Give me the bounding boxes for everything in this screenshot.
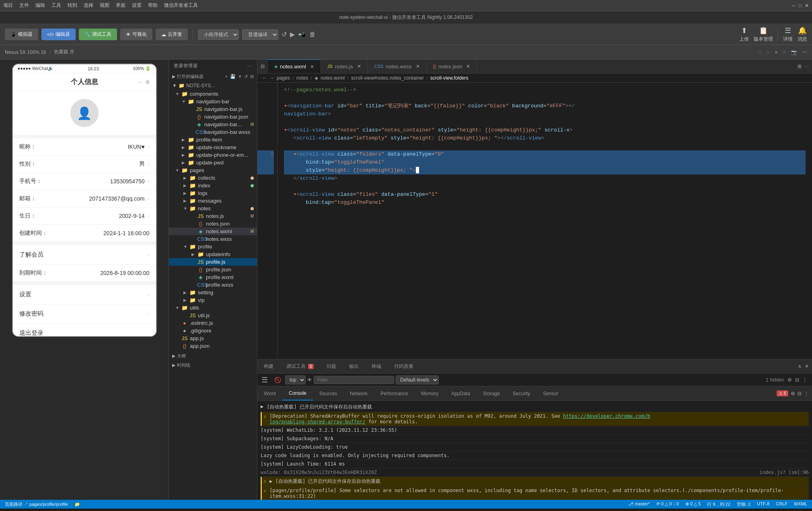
debug-tab-quality[interactable]: 代码质量 [388, 359, 420, 374]
tree-update-phone[interactable]: ▶ 📁 update-phone-or-em... [169, 151, 257, 159]
devtools-button[interactable]: 🔧 调试工具 [79, 29, 117, 40]
window-close[interactable]: ✕ [805, 3, 809, 8]
tree-collects[interactable]: ▶ 📁 collects [169, 174, 257, 182]
compile-select[interactable]: 普通编译 [242, 29, 278, 40]
sub-tab-sources[interactable]: Sources [313, 386, 343, 400]
tab-wxss-close[interactable]: ✕ [416, 64, 420, 69]
panel-collapse-icon[interactable]: ∧ [798, 363, 802, 369]
tree-navigation-bar[interactable]: ▼ 📁 navigation-bar [169, 98, 257, 105]
window-maximize[interactable]: □ [799, 3, 802, 8]
debug-tab-issues[interactable]: 问题 [320, 359, 343, 374]
tab-notes-js[interactable]: JS notes.js ✕ [321, 60, 368, 74]
new-file-icon[interactable]: + [225, 74, 228, 79]
console-more-icon[interactable]: ⋮ [802, 377, 807, 383]
nav-edit-icon[interactable]: ⊙ [146, 79, 150, 85]
tab-notes-json[interactable]: {} notes.json ✕ [427, 60, 477, 74]
console-settings-icon[interactable]: ⚙ [787, 377, 792, 383]
nickname-row[interactable]: 昵称： IKUN♥ › [13, 138, 156, 156]
breadcrumb-scroll-folders[interactable]: scroll-view.folders [430, 75, 469, 81]
tree-update-nickname[interactable]: ▶ 📁 update-nickname [169, 144, 257, 151]
sub-tab-console[interactable]: Console [282, 386, 313, 400]
settings-row[interactable]: 设置 › [13, 285, 156, 304]
sub-tab-performance[interactable]: Performance [374, 386, 415, 400]
statusbar-spaces[interactable]: 空格: 2 [737, 501, 750, 507]
tree-nav-json[interactable]: {} navigation-bar.json [169, 113, 257, 121]
phone-preview-icon[interactable]: 📲 [298, 31, 306, 38]
detail-label[interactable]: 详情 [783, 36, 793, 43]
open-editors-arrow[interactable]: ▶ [172, 74, 175, 79]
tree-notes-json[interactable]: {} notes.json [169, 220, 257, 228]
tree-app-json[interactable]: {} app.json [169, 342, 257, 350]
devtools-settings-icon[interactable]: ⚙ [791, 391, 795, 396]
tree-vip[interactable]: ▶ 📁 vip [169, 296, 257, 304]
menu-item-tools[interactable]: 工具 [51, 2, 61, 9]
device-select[interactable]: Nexus 5X 100% 16 [5, 49, 46, 55]
more-tabs-icon[interactable]: ··· [805, 64, 809, 69]
tree-nav-wxml[interactable]: ◈ navigation-bar... M [169, 121, 257, 128]
menu-item-goto[interactable]: 转到 [68, 2, 77, 9]
menu-item-file[interactable]: 文件 [19, 2, 29, 9]
tree-profile-json[interactable]: {} profile.json [169, 266, 257, 273]
gender-row[interactable]: 性别： 男 › [13, 156, 156, 173]
devtools-dock-icon[interactable]: ⊟ [798, 391, 802, 396]
code-content[interactable]: <!--pages/notes.wxml--> ▾<navigation-bar… [278, 83, 812, 359]
tree-updateinfo[interactable]: ▶ 📁 updateinfo [169, 250, 257, 258]
tab-wxml-close[interactable]: ✕ [310, 64, 314, 70]
tree-messages[interactable]: ▶ 📁 messages [169, 197, 257, 205]
close-all-icon[interactable]: ✕ [238, 74, 242, 79]
statusbar-encoding[interactable]: UTF-8 [757, 501, 769, 507]
statusbar-branch[interactable]: ⎇ master* [628, 501, 650, 507]
outline-section[interactable]: ▶ 大纲 [169, 350, 257, 361]
tree-notes[interactable]: ▼ 📁 notes [169, 205, 257, 212]
hot-reload-toggle[interactable]: 热重载 开 [54, 49, 74, 55]
console-levels-select[interactable]: Default levels [396, 376, 439, 384]
panel-close-icon[interactable]: ✕ [805, 363, 809, 369]
upload-label[interactable]: 上传 [739, 36, 749, 43]
statusbar-sync[interactable]: ⟳ 0 △ 0 ↓ 0 [656, 501, 679, 507]
console-filter-input[interactable] [314, 376, 394, 384]
tab-notes-wxss[interactable]: CSS notes.wxss ✕ [368, 60, 427, 74]
tab-js-close[interactable]: ✕ [357, 64, 361, 69]
cursor[interactable] [416, 167, 419, 173]
phone-row[interactable]: 手机号： 13530954750 › [13, 173, 156, 190]
message-label[interactable]: 消息 [798, 36, 807, 43]
version-icon[interactable]: 📋 [759, 26, 768, 35]
statusbar-position[interactable]: 行 9，列 22 [707, 501, 730, 507]
sub-tab-storage[interactable]: Storage [477, 386, 506, 400]
refresh-explorer-icon[interactable]: ↺ [244, 74, 248, 79]
menu-item-view[interactable]: 视图 [100, 2, 109, 9]
breadcrumb-forward[interactable]: → [269, 75, 274, 81]
statusbar-line-ending[interactable]: CRLF [776, 501, 787, 507]
play-icon[interactable]: ▶ [290, 31, 295, 38]
birthday-row[interactable]: 生日： 2002-9-14 › [13, 207, 156, 225]
sub-tab-sensor[interactable]: Sensor [537, 386, 565, 400]
breadcrumb-file[interactable]: notes.wxml [321, 75, 345, 81]
forward-nav-icon[interactable]: ▷ [766, 49, 770, 55]
more-icon[interactable]: ••• [802, 49, 807, 55]
statusbar-language[interactable]: WXML [794, 501, 807, 507]
tree-nav-js[interactable]: JS navigation-bar.js [169, 105, 257, 113]
refresh-icon[interactable]: ↺ [282, 31, 287, 38]
tree-logs[interactable]: ▶ 📁 logs [169, 189, 257, 197]
sub-tab-network[interactable]: Network [343, 386, 374, 400]
cloud-button[interactable]: ☁ 云开发 [156, 29, 188, 40]
menu-item-edit[interactable]: 编辑 [35, 2, 45, 9]
tree-notes-wxml[interactable]: ◈ notes.wxml M [169, 228, 257, 235]
member-row[interactable]: 了解会员 › [13, 245, 156, 265]
version-label[interactable]: 版本管理 [754, 36, 773, 43]
debug-tab-devtools[interactable]: 调试工具 5 [280, 359, 320, 374]
sub-tab-appdata[interactable]: AppData [445, 386, 477, 400]
tree-utils[interactable]: ▼ 📁 utils [169, 304, 257, 312]
tree-util-js[interactable]: JS util.js [169, 312, 257, 319]
detail-icon[interactable]: ☰ [785, 26, 791, 35]
console-eye-icon[interactable]: 👁 [307, 377, 312, 383]
sub-tab-wxml[interactable]: Wxml [257, 386, 282, 400]
logout-row[interactable]: 退出登录 [13, 324, 156, 337]
message-icon[interactable]: 🔔 [798, 26, 807, 35]
menu-item-settings[interactable]: 设置 [132, 2, 142, 9]
tab-notes-wxml[interactable]: ◈ notes.wxml ✕ [268, 60, 321, 74]
sub-tab-security[interactable]: Security [506, 386, 537, 400]
tree-profile-js[interactable]: JS profile.js [169, 258, 257, 266]
devtools-more-icon[interactable]: ⋮ [804, 391, 809, 396]
menu-item-select[interactable]: 选择 [84, 2, 93, 9]
